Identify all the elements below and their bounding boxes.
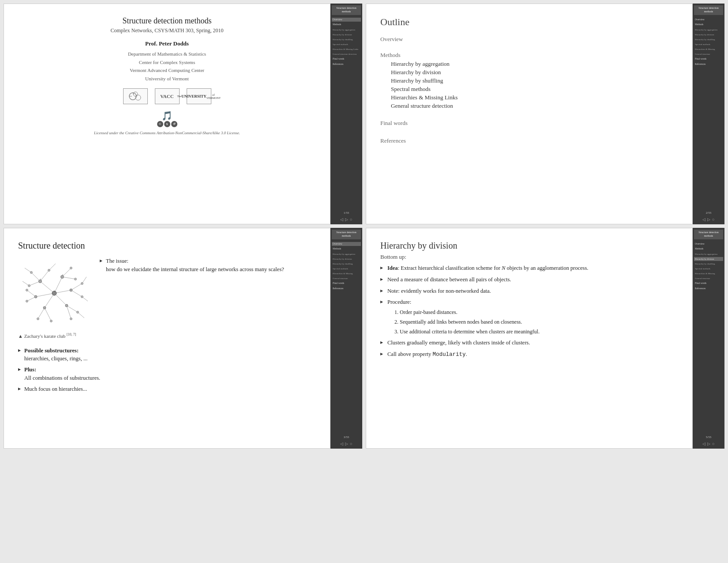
sidebar2-div[interactable]: Hierarchy by division <box>694 33 723 37</box>
svg-point-39 <box>48 269 50 272</box>
slide3-issue: The issue: how do we elucidate the inter… <box>100 257 316 274</box>
svg-point-38 <box>30 272 33 274</box>
logo-vacc: VACC <box>155 88 180 104</box>
sidebar2-agg[interactable]: Hierarchy by aggregation <box>694 28 723 32</box>
slide4-bullets: Idea: Extract hierarchical classificatio… <box>380 264 678 359</box>
sidebar4-gen[interactable]: General structure <box>694 276 723 280</box>
sidebar2-gen[interactable]: General structure <box>694 52 723 56</box>
cc-circle-nc: $ <box>164 121 170 127</box>
slide2-sidebar: Structure detectionmethods Overview Meth… <box>693 4 724 224</box>
outline-spec: Spectral methods <box>380 86 678 93</box>
svg-point-50 <box>26 289 28 291</box>
sidebar3-gen[interactable]: General structure <box>332 276 361 280</box>
sidebar2-spec[interactable]: Spectral methods <box>694 42 723 46</box>
sidebar3-methods[interactable]: Methods <box>332 247 361 251</box>
sidebar1-methods[interactable]: Methods <box>332 23 361 27</box>
svg-point-35 <box>65 304 68 307</box>
sidebar4-page: 5/55 <box>693 435 724 439</box>
slide1: Structure detection methods Complex Netw… <box>4 4 330 224</box>
sidebar2-ref[interactable]: References <box>694 62 723 67</box>
bullet-note: Note: evidently works for non-networked … <box>380 287 678 295</box>
slide3-content: 1 2 3 ▲ Zachary's karate club [10, 7] Th… <box>18 257 316 342</box>
cc-circle-c: © <box>157 121 163 127</box>
sidebar3-agg[interactable]: Hierarchy by aggregation <box>332 252 361 256</box>
sidebar2-final[interactable]: Final words <box>694 57 723 61</box>
outline-agg: Hierarchy by aggregation <box>380 60 678 68</box>
sidebar1-page: 1/55 <box>330 211 362 215</box>
slide2-wrapper: Outline Overview Methods Hierarchy by ag… <box>366 4 724 224</box>
procedure-list: Order pair-based distances. Sequentially… <box>387 308 678 336</box>
sidebar4-agg[interactable]: Hierarchy by aggregation <box>694 252 723 256</box>
sidebar4-shuf[interactable]: Hierarchy by shuffling <box>694 262 723 266</box>
sidebar1-miss[interactable]: Hierarchies & Missing Links <box>332 47 361 51</box>
sidebar1-gen[interactable]: General structure detection <box>332 52 361 56</box>
svg-line-12 <box>31 272 40 281</box>
sidebar1-spec[interactable]: Spectral methods <box>332 42 361 46</box>
sidebar1-ref[interactable]: References <box>332 62 361 67</box>
sidebar2-overview[interactable]: Overview <box>694 18 723 22</box>
author-name: Prof. Peter Dodds <box>18 40 316 47</box>
sidebar2-shuf[interactable]: Hierarchy by shuffling <box>694 38 723 42</box>
bullet-procedure: Procedure: Order pair-based distances. S… <box>380 298 678 336</box>
svg-line-17 <box>71 283 82 290</box>
svg-point-48 <box>50 320 53 322</box>
sidebar4-spec[interactable]: Spectral methods <box>694 267 723 271</box>
svg-point-44 <box>81 296 83 298</box>
svg-line-22 <box>45 308 51 321</box>
sidebar4-final[interactable]: Final words <box>694 281 723 286</box>
dept-line3: Vermont Advanced Computing Center <box>18 66 316 75</box>
sidebar3-nav[interactable]: ◁ ▷ ○ <box>330 442 362 446</box>
slide-grid: Structure detection methods Complex Netw… <box>0 0 728 452</box>
slide3: Structure detection <box>4 228 330 449</box>
sidebar4-miss[interactable]: Hierarchies & Missing <box>694 272 723 276</box>
sidebar1-div[interactable]: Hierarchy by division <box>332 33 361 37</box>
license-text: Licensed under the Creative Commons Attr… <box>18 131 316 135</box>
outline-shuf: Hierarchy by shuffling <box>380 77 678 84</box>
svg-line-24 <box>27 290 36 297</box>
sidebar1-agg[interactable]: Hierarchy by aggregation <box>332 28 361 32</box>
svg-line-11 <box>36 293 54 297</box>
sidebar3-spec[interactable]: Spectral methods <box>332 267 361 271</box>
sidebar4-overview[interactable]: Overview <box>694 242 723 246</box>
svg-line-6 <box>40 281 54 293</box>
logo-uvm: The UNIVERSITY of VERMONT <box>187 88 211 104</box>
dept-info: Department of Mathematics & Statistics C… <box>18 50 316 83</box>
slide4-wrapper: Hierarchy by division Bottom up: Idea: E… <box>366 228 724 449</box>
sidebar4-ref[interactable]: References <box>694 287 723 291</box>
svg-line-7 <box>54 277 62 293</box>
bullet-idea: Idea: Extract hierarchical classificatio… <box>380 264 678 272</box>
bullet-clusters: Clusters gradually emerge, likely with c… <box>380 339 678 347</box>
sidebar3-ref[interactable]: References <box>332 287 361 291</box>
bullet-distance: Need a measure of distance between all p… <box>380 276 678 284</box>
sidebar2-nav[interactable]: ◁ ▷ ○ <box>693 217 724 222</box>
sidebar4-nav[interactable]: ◁ ▷ ○ <box>693 442 724 446</box>
issue-text: how do we elucidate the internal structu… <box>106 266 284 272</box>
svg-point-41 <box>70 267 72 269</box>
svg-line-30 <box>78 312 84 318</box>
svg-line-15 <box>62 268 71 277</box>
sidebar4-div[interactable]: Hierarchy by division <box>694 257 723 261</box>
sidebar3-final[interactable]: Final words <box>332 281 361 286</box>
sidebar4-title: Structure detectionmethods <box>694 230 723 239</box>
svg-point-46 <box>70 318 72 320</box>
sidebar2-miss[interactable]: Hierarchies & Missing <box>694 47 723 51</box>
slide3-title: Structure detection <box>18 241 316 251</box>
svg-line-13 <box>40 270 49 281</box>
sidebar1-nav[interactable]: ◁ ▷ ○ <box>330 217 362 222</box>
sidebar3-miss[interactable]: Hierarchies & Missing <box>332 272 361 276</box>
svg-point-36 <box>43 306 46 309</box>
sidebar1-final[interactable]: Final words <box>332 57 361 61</box>
logos: VACC The UNIVERSITY of VERMONT <box>18 88 316 104</box>
cc-badge: © $ ↺ <box>157 121 177 127</box>
sidebar2-page: 2/55 <box>693 211 724 215</box>
svg-point-37 <box>34 295 37 298</box>
sidebar1-shuf[interactable]: Hierarchy by shuffling <box>332 38 361 42</box>
sidebar3-shuf[interactable]: Hierarchy by shuffling <box>332 262 361 266</box>
sidebar3-div[interactable]: Hierarchy by division <box>332 257 361 261</box>
slide3-sidebar: Structure detectionmethods Overview Meth… <box>330 228 362 449</box>
sidebar2-methods[interactable]: Methods <box>694 23 723 27</box>
sidebar1-overview[interactable]: Overview <box>332 18 361 22</box>
slide2: Outline Overview Methods Hierarchy by ag… <box>366 4 693 224</box>
sidebar4-methods[interactable]: Methods <box>694 247 723 251</box>
sidebar3-overview[interactable]: Overview <box>332 242 361 246</box>
